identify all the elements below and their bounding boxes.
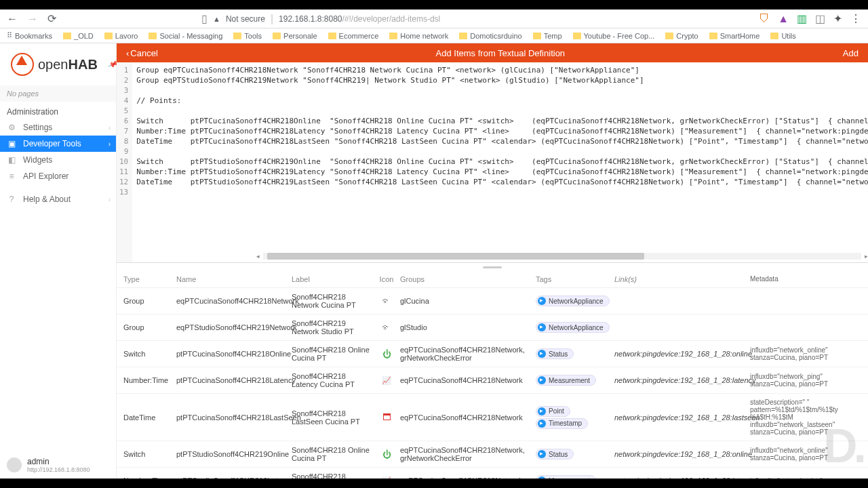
sidebar-item-help-about[interactable]: ?Help & About› <box>0 191 116 207</box>
extensions-icon[interactable]: ✦ <box>833 12 842 25</box>
back-button[interactable]: ← <box>7 13 18 25</box>
folder-icon <box>573 33 581 39</box>
bookmark-item[interactable]: Youtube - Free Cop... <box>573 32 655 40</box>
cancel-button[interactable]: ‹Cancel <box>126 48 158 58</box>
horizontal-scrollbar[interactable]: ◂ ▸ <box>263 253 861 260</box>
forward-button[interactable]: → <box>27 13 38 25</box>
chevron-left-icon: ‹ <box>126 48 129 58</box>
col-meta: Metadata <box>750 275 859 283</box>
chart-icon: 📈 <box>382 476 391 479</box>
tag-icon <box>538 476 546 479</box>
table-row[interactable]: DateTimeptPTCucinaSonoff4CHR218LastSeenS… <box>117 394 868 441</box>
tag-pill: Measurement <box>536 375 596 386</box>
url-text: 192.168.1.8:8080/#!/developer/add-items-… <box>279 14 440 24</box>
code-editor[interactable]: 12345678910111213 Group eqPTCucinaSonoff… <box>117 62 868 263</box>
sidebar-item-developer-tools[interactable]: ▣Developer Tools› <box>0 136 116 152</box>
code-content[interactable]: Group eqPTCucinaSonoff4CHR218Network "So… <box>132 62 868 262</box>
avatar-icon <box>7 458 22 472</box>
table-row[interactable]: SwitchptPTStudioSonoff4CHR219OnlineSonof… <box>117 441 868 468</box>
col-name: Name <box>176 275 292 283</box>
bookmark-item[interactable]: Crypto <box>665 32 698 40</box>
address-bar[interactable]: ▯ ▲ Not secure | 192.168.1.8:8080/#!/dev… <box>201 12 749 25</box>
bookmark-item[interactable]: Tools <box>233 32 262 40</box>
line-numbers: 12345678910111213 <box>117 62 132 262</box>
splitter-handle[interactable] <box>117 263 868 271</box>
col-tags: Tags <box>536 275 614 283</box>
folder-icon <box>273 33 281 39</box>
folder-icon <box>459 33 467 39</box>
add-button[interactable]: Add <box>843 48 859 58</box>
logo-icon <box>11 53 34 76</box>
col-groups: Groups <box>400 275 536 283</box>
power-icon: ⏻ <box>382 349 391 359</box>
tag-icon <box>538 407 546 415</box>
brand-text: openHAB <box>38 57 98 73</box>
col-label: Label <box>292 275 373 283</box>
user-footer[interactable]: admin http://192.168.1.8:8080 <box>0 451 116 479</box>
reload-button[interactable]: ⟳ <box>47 12 56 25</box>
tag-pill: Measurement <box>536 475 596 479</box>
tag-icon <box>538 350 546 358</box>
menu-icon: ? <box>7 195 16 204</box>
ext2-icon[interactable]: ▥ <box>797 12 807 25</box>
folder-icon <box>104 33 113 39</box>
folder-icon <box>63 33 71 39</box>
chart-icon: 📈 <box>382 376 391 384</box>
table-row[interactable]: Number:TimeptPTCucinaSonoff4CHR218Latenc… <box>117 367 868 394</box>
menu-icon: ≡ <box>7 171 16 181</box>
sidebar: openHAB 📌 No pages Administration ⚙Setti… <box>0 43 117 479</box>
col-links: Link(s) <box>614 275 750 283</box>
tag-pill: Point <box>536 406 570 417</box>
folder-icon <box>389 33 397 39</box>
table-row[interactable]: GroupeqPTCucinaSonoff4CHR218NetworkSonof… <box>117 288 868 314</box>
table-row[interactable]: SwitchptPTCucinaSonoff4CHR218OnlineSonof… <box>117 341 868 367</box>
calendar-icon <box>383 413 391 420</box>
bookmark-item[interactable]: Home network <box>389 32 448 40</box>
sidebar-item-settings[interactable]: ⚙Settings› <box>0 119 116 136</box>
shield-icon[interactable]: ⛉ <box>759 13 770 25</box>
tag-pill: NetworkAppliance <box>536 322 610 333</box>
menu-icon: ◧ <box>7 155 16 165</box>
bookmark-item[interactable]: Lavoro <box>104 32 138 40</box>
menu-icon[interactable]: ⋮ <box>850 12 861 25</box>
col-icon: Icon <box>373 275 400 283</box>
sidebar-item-widgets[interactable]: ◧Widgets <box>0 152 116 168</box>
security-label: Not secure <box>226 14 265 24</box>
menu-icon: ▣ <box>7 139 16 148</box>
scroll-thumb[interactable] <box>267 253 644 260</box>
tag-pill: Timestamp <box>536 418 588 429</box>
chevron-right-icon: › <box>108 140 111 148</box>
bookmark-item[interactable]: Temp <box>533 32 562 40</box>
items-table: Type Name Label Icon Groups Tags Link(s)… <box>117 271 868 479</box>
user-host: http://192.168.1.8:8080 <box>27 466 90 473</box>
folder-icon <box>665 33 673 39</box>
tag-icon <box>538 297 546 305</box>
bookmark-item[interactable]: Ecommerce <box>328 32 379 40</box>
wifi-icon: ᯤ <box>382 296 391 306</box>
bookmark-item[interactable]: SmartHome <box>709 32 760 40</box>
folder-icon <box>709 33 717 39</box>
folder-icon <box>149 33 157 39</box>
ext3-icon[interactable]: ◫ <box>815 12 825 25</box>
scroll-right-icon[interactable]: ▸ <box>865 253 868 260</box>
scroll-left-icon[interactable]: ◂ <box>256 253 260 260</box>
table-row[interactable]: GroupeqPTStudioSonoff4CHR219NetworkSonof… <box>117 314 868 341</box>
bookmarks-bar: ⠿Bookmarks_OLDLavoroSocial - MessagingTo… <box>0 28 868 43</box>
bookmark-item[interactable]: Utils <box>770 32 795 40</box>
bookmark-item[interactable]: _OLD <box>63 32 94 40</box>
bookmark-item[interactable]: Personale <box>273 32 317 40</box>
page-header: ‹Cancel Add Items from Textual Definitio… <box>117 43 868 62</box>
apps-icon: ⠿ <box>7 31 12 40</box>
page-title: Add Items from Textual Definition <box>158 48 843 58</box>
bookmark-item[interactable]: Social - Messaging <box>149 32 222 40</box>
folder-icon <box>770 33 778 39</box>
reader-icon: ▯ <box>201 12 208 25</box>
table-row[interactable]: Number:TimeptPTStudioSonoff4CHR219Latenc… <box>117 468 868 479</box>
chevron-right-icon: › <box>108 124 111 131</box>
sidebar-item-api-explorer[interactable]: ≡API Explorer <box>0 168 116 184</box>
bookmark-item[interactable]: ⠿Bookmarks <box>7 31 52 40</box>
bookmark-item[interactable]: Domoticsrduino <box>459 32 521 40</box>
browser-toolbar: ← → ⟳ ▯ ▲ Not secure | 192.168.1.8:8080/… <box>0 9 868 28</box>
tag-pill: Status <box>536 348 574 359</box>
ext-icon[interactable]: ▲ <box>778 13 789 25</box>
